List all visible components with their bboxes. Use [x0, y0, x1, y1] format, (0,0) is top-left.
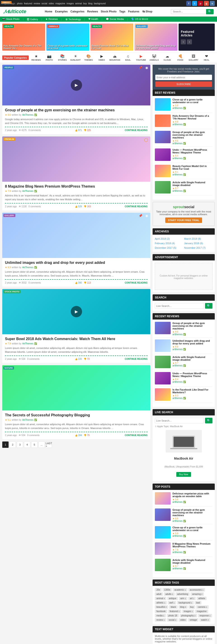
- tag-art[interactable]: art 1: [188, 597, 196, 600]
- live-search-input[interactable]: [155, 418, 204, 423]
- cat-vimeo[interactable]: ▶VIMEO: [96, 54, 107, 61]
- recent-review-author-5[interactable]: artthemes ✅: [173, 397, 213, 400]
- archive-apr-2018[interactable]: April 2018 (2): [155, 237, 183, 240]
- feedburner-subscribe-button[interactable]: SUBSCRIBE: [155, 82, 212, 87]
- tag-photo18[interactable]: photo 18: [167, 614, 179, 617]
- review-author-6[interactable]: artthemes ✅: [173, 190, 213, 192]
- review-thumb-2[interactable]: [155, 114, 171, 127]
- review-thumb-3[interactable]: [155, 131, 171, 143]
- recent-review-title-4[interactable]: Undo — Premium WordPress News / Magazine…: [173, 372, 213, 378]
- tag-facebook[interactable]: facebook: [155, 610, 167, 613]
- tag-awf[interactable]: awf 1: [168, 601, 176, 604]
- featured-prev[interactable]: ‹: [181, 39, 186, 44]
- tag-video[interactable]: video: [49, 2, 54, 5]
- tag-images[interactable]: images: [66, 2, 74, 5]
- recent-review-title-1[interactable]: Group of people at the gym exercising on…: [173, 322, 213, 330]
- featured-item-1[interactable]: HEALTH Hulu Answers Our Dreams of a '7th…: [2, 24, 45, 51]
- page-1[interactable]: 1: [2, 442, 8, 448]
- cat-mountain[interactable]: ⛰MOUNTAIN: [109, 54, 120, 61]
- play-button-1[interactable]: ▶: [71, 80, 82, 91]
- review-author-5[interactable]: artthemes ✅: [173, 173, 213, 176]
- dislike-count-1[interactable]: 👎 225: [84, 129, 91, 132]
- site-logo[interactable]: 𝓜ulticote: [3, 8, 26, 14]
- review-author-1[interactable]: artthemes ✅: [173, 107, 213, 109]
- page-5[interactable]: 5: [31, 442, 37, 448]
- nav-stock-photo[interactable]: 📷 Stock Photo: [2, 18, 19, 20]
- tag-background[interactable]: background: [94, 2, 106, 5]
- tag-background[interactable]: background 1: [177, 601, 194, 604]
- article-image-1[interactable]: PEOPLE 📌 ◉ ▶: [2, 65, 150, 106]
- nav-features[interactable]: Features: [128, 10, 140, 13]
- article-image-2[interactable]: PREMIUM ◯: [2, 136, 150, 182]
- nav-categories[interactable]: Categories: [70, 10, 85, 13]
- tag-watch[interactable]: watch 2: [199, 618, 210, 622]
- review-thumb-5[interactable]: [155, 165, 171, 177]
- article-title-1[interactable]: Group of people at the gym exercising on…: [5, 108, 148, 112]
- featured-item-4[interactable]: GALLERY Unlimited Images with Drag and d…: [135, 24, 178, 51]
- tag-photography[interactable]: photography 2: [180, 614, 197, 617]
- tag-adults[interactable]: adults 1: [164, 592, 175, 596]
- archive-mar-2018[interactable]: March 2018 (8): [184, 237, 213, 240]
- article-title-5[interactable]: The Secrets of Successful Photography Bl…: [5, 413, 148, 417]
- author-1[interactable]: ArtThemes: [22, 114, 33, 116]
- tag-adult[interactable]: adult: [155, 592, 163, 596]
- featured-item-2[interactable]: ANIMALS Close-up of a green turtle under…: [46, 24, 89, 51]
- cat-themes[interactable]: 🎨THEMES: [83, 54, 94, 61]
- facebook-icon[interactable]: f: [186, 1, 191, 6]
- like-count-4[interactable]: 👍 220: [75, 358, 82, 360]
- review-thumb-6[interactable]: [155, 181, 171, 194]
- dislike-count-4[interactable]: 👎 73: [84, 358, 89, 360]
- nav-us-world[interactable]: 🌎 US & World: [131, 18, 148, 20]
- cat-animals[interactable]: 🐼ANIMALS: [149, 54, 160, 61]
- top-post-title-2[interactable]: Group of people at the gym exercising on…: [173, 508, 213, 516]
- archive-feb-2018[interactable]: February 2018 (4): [155, 242, 183, 245]
- author-5[interactable]: ArtThemes: [22, 418, 33, 421]
- page-last[interactable]: LAST »: [46, 442, 52, 448]
- top-post-thumb-2[interactable]: [155, 508, 171, 521]
- sidebar-search-button[interactable]: 🔍: [205, 303, 213, 309]
- top-post-author-3[interactable]: artthemes ✅: [173, 535, 213, 537]
- cat-photo[interactable]: 📷PHOTO: [44, 54, 55, 61]
- review-author-3[interactable]: artthemes ✅: [173, 142, 213, 144]
- dislike-count-5[interactable]: 👎 79: [84, 434, 89, 436]
- tag-athlete[interactable]: athlete: [197, 597, 207, 600]
- archive-dec-2017[interactable]: December 2017 (5): [155, 246, 183, 250]
- tag-video[interactable]: video: [179, 618, 187, 622]
- tag-academic[interactable]: academic 1: [173, 588, 187, 592]
- recent-review-author-4[interactable]: artthemes ✅: [173, 380, 213, 383]
- recent-review-thumb-5[interactable]: [155, 388, 171, 401]
- tag-blog[interactable]: blog 3: [179, 605, 188, 609]
- top-post-title-3[interactable]: Close-up of a green turtle underwater on…: [173, 526, 213, 532]
- article-image-4[interactable]: STOCK PHOTO ▶: [2, 289, 150, 334]
- tag-featured[interactable]: featured: [24, 2, 32, 5]
- continue-reading-1[interactable]: CONTINUE READING: [125, 129, 148, 132]
- macbook-buy-button[interactable]: Buy Now: [176, 472, 191, 477]
- cat-sunlight[interactable]: ☀SUNLIGHT: [70, 54, 81, 61]
- review-title-3[interactable]: Group of people at the gym exercising on…: [173, 131, 213, 139]
- recent-review-author-1[interactable]: artthemes ✅: [173, 333, 213, 336]
- article-title-3[interactable]: Unlimited images with drag and drop for …: [5, 261, 148, 265]
- recent-review-thumb-4[interactable]: [155, 372, 171, 384]
- top-post-thumb-5[interactable]: [155, 559, 171, 571]
- tag-social[interactable]: social 2: [167, 618, 178, 622]
- tag-black[interactable]: black: [169, 605, 178, 609]
- recent-review-title-2[interactable]: Unlimited images with drag and drop for …: [173, 340, 213, 345]
- tag-arm[interactable]: arm 1: [179, 597, 188, 600]
- cat-heal[interactable]: ❤HEAL: [201, 54, 212, 61]
- recent-review-thumb-2[interactable]: [155, 340, 171, 352]
- tag-social[interactable]: social: [42, 2, 47, 5]
- like-count-5[interactable]: 👍 284: [75, 434, 82, 436]
- recent-review-title-3[interactable]: Article with Single Featured image disab…: [173, 356, 213, 361]
- nav-health[interactable]: ❤ Health: [88, 18, 98, 20]
- top-post-thumb-4[interactable]: [155, 542, 171, 555]
- archive-jan-2018[interactable]: January 2018 (6): [184, 242, 213, 245]
- tag-amazing[interactable]: amazing 2: [191, 592, 204, 596]
- continue-reading-4[interactable]: CONTINUE READING: [125, 358, 148, 360]
- top-post-title-4[interactable]: 8 Magazine Blog News Premium WordPress T…: [173, 542, 213, 548]
- review-thumb-4[interactable]: [155, 148, 171, 161]
- tag-blog[interactable]: blog: [88, 2, 92, 5]
- tag-advertising[interactable]: advertising: [176, 592, 190, 596]
- review-title-1[interactable]: Close-up of a green turtle underwater on…: [173, 98, 213, 104]
- continue-reading-5[interactable]: CONTINUE READING: [125, 434, 148, 436]
- top-post-author-1[interactable]: artthemes ✅: [173, 501, 213, 503]
